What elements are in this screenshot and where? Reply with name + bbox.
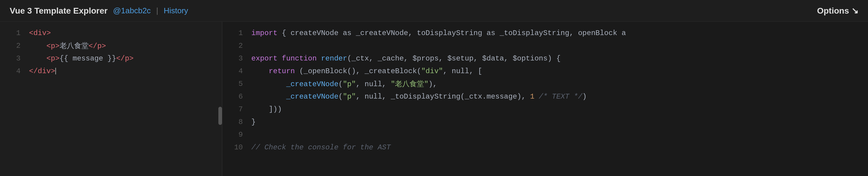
line-number: 1 [6, 29, 21, 37]
main-content: 1<div>2 <p>老八食堂</p>3 <p>{{ message }}</p… [0, 22, 868, 176]
output-line: 2 [222, 39, 868, 52]
line-number: 7 [228, 105, 243, 113]
line-number: 4 [6, 67, 21, 75]
line-number: 2 [6, 42, 21, 50]
line-content: ])) [251, 105, 282, 113]
output-line: 4 return (_openBlock(), _createBlock("di… [222, 65, 868, 78]
line-content: export function render(_ctx, _cache, $pr… [251, 54, 561, 63]
line-number: 6 [228, 92, 243, 101]
line-content: <p>{{ message }}</p> [29, 54, 134, 63]
editor-line: 2 <p>老八食堂</p> [0, 39, 222, 52]
output-line: 3export function render(_ctx, _cache, $p… [222, 52, 868, 65]
line-content: </div> [29, 67, 56, 75]
output-line: 6 _createVNode("p", null, _toDisplayStri… [222, 90, 868, 103]
text-cursor [55, 68, 56, 75]
output-line: 8} [222, 116, 868, 128]
line-number: 3 [6, 54, 21, 63]
line-content: return (_openBlock(), _createBlock("div"… [251, 67, 482, 75]
line-number: 9 [228, 130, 243, 139]
output-line: 7 ])) [222, 103, 868, 116]
header-left: Vue 3 Template Explorer @1abcb2c | Histo… [10, 6, 188, 16]
line-number: 8 [228, 118, 243, 126]
header-separator: | [156, 6, 158, 16]
app-header: Vue 3 Template Explorer @1abcb2c | Histo… [0, 0, 868, 22]
editor-line: 1<div> [0, 27, 222, 39]
line-number: 3 [228, 54, 243, 63]
line-number: 1 [228, 29, 243, 37]
editor-line: 3 <p>{{ message }}</p> [0, 52, 222, 65]
app-title: Vue 3 Template Explorer [10, 6, 108, 16]
line-number: 4 [228, 67, 243, 75]
output-line: 9 [222, 128, 868, 141]
options-button[interactable]: Options ↘ [817, 6, 858, 16]
editor-code-area: 1<div>2 <p>老八食堂</p>3 <p>{{ message }}</p… [0, 22, 222, 176]
output-pane: 1import { createVNode as _createVNode, t… [222, 22, 868, 176]
output-line: 10// Check the console for the AST [222, 141, 868, 154]
editor-pane[interactable]: 1<div>2 <p>老八食堂</p>3 <p>{{ message }}</p… [0, 22, 222, 176]
editor-line: 4</div> [0, 65, 222, 78]
line-content: _createVNode("p", null, "老八食堂"), [251, 79, 437, 89]
line-number: 2 [228, 42, 243, 50]
commit-link[interactable]: @1abcb2c [113, 6, 151, 16]
line-number: 10 [228, 143, 243, 151]
history-link[interactable]: History [164, 6, 188, 16]
line-content: <div> [29, 29, 51, 37]
line-content: _createVNode("p", null, _toDisplayString… [251, 92, 587, 101]
output-line: 5 _createVNode("p", null, "老八食堂"), [222, 78, 868, 90]
line-number: 5 [228, 80, 243, 88]
output-code-area: 1import { createVNode as _createVNode, t… [222, 22, 868, 176]
scrollbar[interactable] [218, 107, 222, 125]
line-content: <p>老八食堂</p> [29, 41, 106, 51]
line-content: import { createVNode as _createVNode, to… [251, 29, 626, 37]
output-line: 1import { createVNode as _createVNode, t… [222, 27, 868, 39]
line-content: // Check the console for the AST [251, 143, 391, 151]
line-content: } [251, 118, 255, 126]
